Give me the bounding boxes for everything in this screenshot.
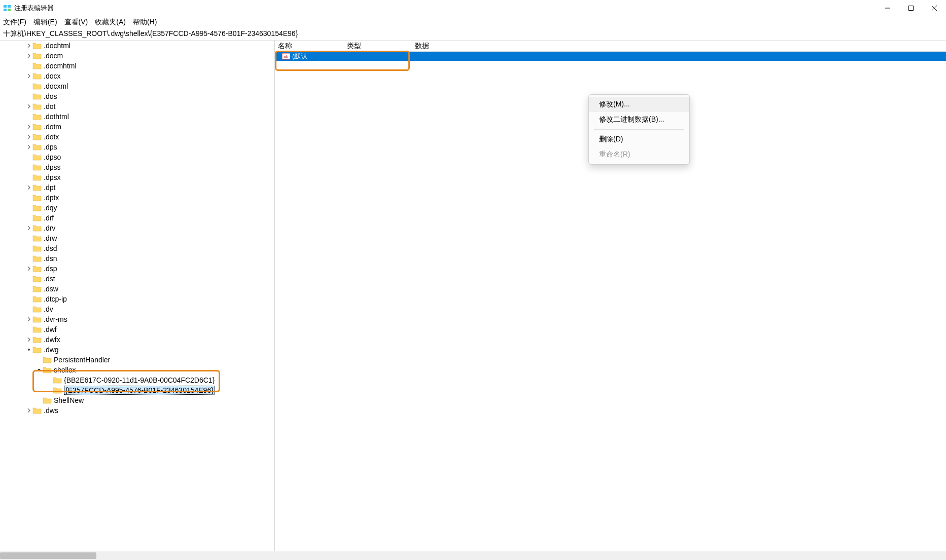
svg-rect-3 (8, 9, 11, 11)
tree-item[interactable]: {E357FCCD-A995-4576-B01F-234630154E96} (0, 385, 274, 395)
tree-item[interactable]: ShellNew (0, 395, 274, 405)
tree-item[interactable]: .dpss (0, 162, 274, 172)
tree-item[interactable]: .dsn (0, 253, 274, 264)
tree-item[interactable]: .dst (0, 274, 274, 284)
tree-item-label: .dqy (44, 204, 57, 212)
tree-item-label: shellex (54, 366, 76, 374)
tree-item-label: .dwfx (44, 335, 60, 344)
tree-item[interactable]: .dothtml (0, 111, 274, 122)
chevron-down-icon[interactable] (25, 348, 32, 352)
tree-item[interactable]: {BB2E617C-0920-11d1-9A0B-00C04FC2D6C1} (0, 375, 274, 385)
svg-rect-5 (909, 6, 914, 10)
scrollbar-thumb[interactable] (0, 552, 96, 559)
tree-item-label: .dpt (44, 183, 55, 192)
menu-help[interactable]: 帮助(H) (133, 18, 157, 27)
tree-item-label: .dwg (44, 346, 59, 354)
tree-item-label: .dotm (44, 123, 61, 131)
tree-item[interactable]: .dptx (0, 193, 274, 203)
tree-item[interactable]: .dsw (0, 284, 274, 294)
maximize-button[interactable] (899, 0, 923, 16)
chevron-right-icon[interactable] (25, 145, 32, 149)
tree-item[interactable]: .dwf (0, 324, 274, 334)
folder-icon (32, 245, 42, 252)
tree-item[interactable]: .dtcp-ip (0, 294, 274, 304)
tree-item[interactable]: .dpso (0, 152, 274, 162)
tree-item-label: ShellNew (54, 396, 84, 404)
tree-view[interactable]: .dochtml.docm.docmhtml.docx.docxml.dos.d… (0, 41, 275, 551)
tree-item[interactable]: .dos (0, 91, 274, 101)
tree-item[interactable]: .dvr-ms (0, 314, 274, 324)
tree-item[interactable]: .dot (0, 101, 274, 111)
folder-icon (32, 316, 42, 323)
chevron-right-icon[interactable] (25, 135, 32, 139)
chevron-right-icon[interactable] (25, 104, 32, 108)
menu-favorites[interactable]: 收藏夹(A) (95, 18, 126, 27)
tree-item[interactable]: .docmhtml (0, 61, 274, 71)
tree-item-label: .docx (44, 72, 60, 80)
chevron-down-icon[interactable] (36, 368, 43, 372)
tree-item[interactable]: .dochtml (0, 41, 274, 51)
tree-item-label: .dothtml (44, 113, 69, 121)
chevron-right-icon[interactable] (25, 317, 32, 321)
chevron-right-icon[interactable] (25, 54, 32, 58)
chevron-right-icon[interactable] (25, 125, 32, 129)
folder-icon (32, 62, 42, 69)
tree-item[interactable]: .docx (0, 71, 274, 81)
tree-item[interactable]: .dps (0, 142, 274, 152)
tree-item[interactable]: .docm (0, 51, 274, 61)
list-row-default[interactable]: ab (默认 (275, 52, 946, 61)
chevron-right-icon[interactable] (25, 226, 32, 230)
svg-rect-1 (8, 5, 11, 8)
tree-item[interactable]: .dws (0, 405, 274, 416)
folder-icon (32, 72, 42, 80)
tree-item-label: .dsd (44, 244, 57, 252)
folder-icon (32, 52, 42, 59)
folder-icon (32, 103, 42, 110)
ctx-modify[interactable]: 修改(M)... (589, 97, 689, 112)
folder-icon (32, 255, 42, 262)
folder-icon (32, 235, 42, 242)
tree-item[interactable]: .drf (0, 213, 274, 223)
tree-item-label: .docm (44, 52, 63, 60)
tree-item[interactable]: .dsp (0, 264, 274, 274)
menu-view[interactable]: 查看(V) (64, 18, 88, 27)
chevron-right-icon[interactable] (25, 74, 32, 78)
minimize-button[interactable] (876, 0, 899, 16)
tree-item[interactable]: .dpt (0, 182, 274, 193)
col-type[interactable]: 类型 (344, 42, 412, 51)
ctx-modify-binary[interactable]: 修改二进制数据(B)... (589, 112, 689, 127)
tree-item[interactable]: .dwfx (0, 334, 274, 345)
col-data[interactable]: 数据 (412, 42, 946, 51)
tree-item[interactable]: .dsd (0, 243, 274, 253)
tree-item[interactable]: .drw (0, 233, 274, 243)
tree-item[interactable]: .dpsx (0, 172, 274, 182)
tree-item[interactable]: .dotm (0, 122, 274, 132)
tree-item[interactable]: .dotx (0, 132, 274, 142)
chevron-right-icon[interactable] (25, 408, 32, 413)
folder-icon (32, 83, 42, 90)
close-button[interactable] (923, 0, 946, 16)
list-view[interactable]: 名称 类型 数据 ab (默认 修改(M)... 修改二进制数据(B)... 删… (275, 41, 946, 551)
tree-item[interactable]: .drv (0, 223, 274, 233)
chevron-right-icon[interactable] (25, 267, 32, 271)
chevron-right-icon[interactable] (25, 338, 32, 342)
menu-edit[interactable]: 编辑(E) (33, 18, 57, 27)
folder-icon (32, 93, 42, 100)
tree-item[interactable]: .docxml (0, 81, 274, 91)
address-bar[interactable]: 十算机\HKEY_CLASSES_ROOT\.dwg\shellex\{E357… (0, 28, 946, 41)
tree-item[interactable]: .dqy (0, 203, 274, 213)
tree-item[interactable]: PersistentHandler (0, 355, 274, 365)
tree-item[interactable]: .dwg (0, 345, 274, 355)
tree-item-label: .dsp (44, 265, 57, 273)
tree-item-label: PersistentHandler (54, 356, 110, 364)
tree-h-scrollbar[interactable] (0, 551, 275, 560)
ctx-delete[interactable]: 删除(D) (589, 132, 689, 147)
col-name[interactable]: 名称 (275, 42, 344, 51)
tree-item[interactable]: .dv (0, 304, 274, 314)
chevron-right-icon[interactable] (25, 185, 32, 190)
tree-item[interactable]: shellex (0, 365, 274, 375)
tree-item-label: .dps (44, 143, 57, 151)
menu-file[interactable]: 文件(F) (3, 18, 26, 27)
chevron-right-icon[interactable] (25, 44, 32, 48)
folder-icon (43, 397, 52, 404)
